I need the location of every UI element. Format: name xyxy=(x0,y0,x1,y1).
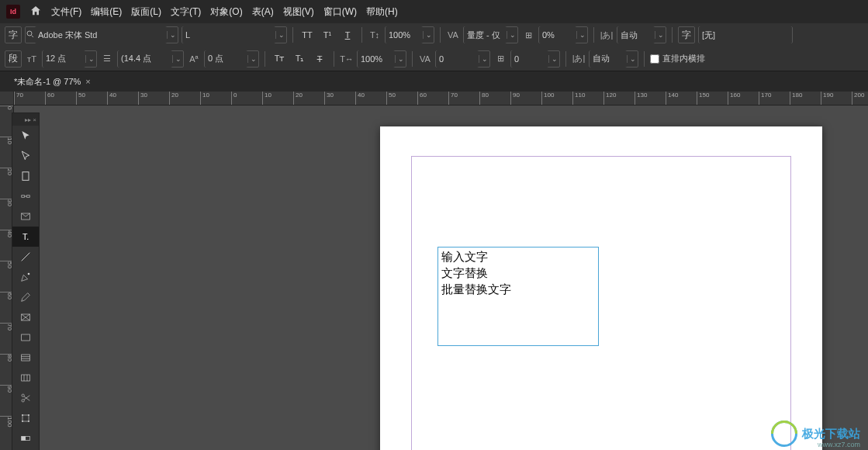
ruler-tick: 60 xyxy=(45,92,76,105)
chevron-down-icon[interactable]: ⌄ xyxy=(507,31,517,39)
svg-point-9 xyxy=(22,394,24,396)
document-tab[interactable]: *未命名-1 @ 77% × xyxy=(8,72,97,92)
svg-point-12 xyxy=(22,414,23,416)
char-style-dropdown[interactable] xyxy=(698,26,793,43)
menu-object[interactable]: 对象(O) xyxy=(210,5,242,19)
lang1-input[interactable] xyxy=(617,26,655,43)
canvas[interactable]: 70 60 50 40 30 20 10 0 10 20 30 40 50 60… xyxy=(0,92,868,450)
chevron-down-icon[interactable]: ⌄ xyxy=(655,31,666,39)
direct-selection-tool-icon[interactable] xyxy=(12,146,39,166)
menu-table[interactable]: 表(A) xyxy=(252,5,274,19)
vscale-dropdown[interactable]: ⌄ xyxy=(385,26,434,43)
watermark-url: www.xz7.com xyxy=(818,441,860,448)
opacity1-input[interactable] xyxy=(539,26,576,43)
menu-file[interactable]: 文件(F) xyxy=(51,5,81,19)
ruler-tick: 50 xyxy=(76,92,107,105)
menu-window[interactable]: 窗口(W) xyxy=(323,5,357,19)
ruler-tick: 80 xyxy=(479,92,510,105)
paragraph-mode-toggle[interactable]: 段 xyxy=(5,50,22,68)
chevron-down-icon[interactable]: ⌄ xyxy=(576,31,587,39)
vertical-in-horizontal-checkbox[interactable]: 直排内横排 xyxy=(650,53,705,64)
char-style-input[interactable] xyxy=(699,26,792,43)
checkbox-label: 直排内横排 xyxy=(662,53,705,64)
menu-type[interactable]: 文字(T) xyxy=(171,5,201,19)
vertical-grid-tool-icon[interactable] xyxy=(12,368,39,388)
ruler-tick: 120 xyxy=(603,92,635,105)
ruler-tick: 40 xyxy=(355,92,386,105)
baseline-input[interactable] xyxy=(205,50,247,68)
ruler-corner[interactable] xyxy=(0,92,14,106)
checkbox-input[interactable] xyxy=(650,54,659,64)
font-style-dropdown[interactable]: ⌄ xyxy=(182,26,287,43)
leading-input[interactable] xyxy=(118,50,172,68)
small-caps-icon[interactable]: Tᴛ xyxy=(271,50,288,68)
lang2-dropdown[interactable]: ⌄ xyxy=(589,50,638,68)
font-style-input[interactable] xyxy=(182,26,275,43)
home-icon[interactable] xyxy=(29,5,42,19)
chevron-down-icon[interactable]: ⌄ xyxy=(479,55,489,63)
superscript-icon[interactable]: T¹ xyxy=(319,26,336,43)
document-page[interactable]: 输入文字 文字替换 批量替换文字 xyxy=(380,126,822,450)
chevron-down-icon[interactable]: ⌄ xyxy=(423,31,434,39)
hscale-input[interactable] xyxy=(358,50,395,68)
opacity2-dropdown[interactable]: ⌄ xyxy=(510,50,560,68)
chevron-down-icon[interactable]: ⌄ xyxy=(548,55,559,63)
horizontal-ruler[interactable]: 70 60 50 40 30 20 10 0 10 20 30 40 50 60… xyxy=(14,92,868,106)
strikethrough-icon[interactable]: T xyxy=(311,50,328,68)
hscale-dropdown[interactable]: ⌄ xyxy=(357,50,406,68)
gradient-swatch-tool-icon[interactable] xyxy=(12,428,39,448)
kerning-dropdown[interactable]: ⌄ xyxy=(463,26,518,43)
pencil-tool-icon[interactable] xyxy=(12,287,39,307)
menu-layout[interactable]: 版面(L) xyxy=(131,5,161,19)
menu-view[interactable]: 视图(V) xyxy=(283,5,314,19)
chevron-down-icon[interactable]: ⌄ xyxy=(275,31,286,39)
menu-help[interactable]: 帮助(H) xyxy=(366,5,398,19)
text-frame[interactable]: 输入文字 文字替换 批量替换文字 xyxy=(437,247,599,346)
svg-rect-7 xyxy=(22,355,30,361)
leading-dropdown[interactable]: ⌄ xyxy=(117,50,184,68)
opacity2-input[interactable] xyxy=(511,50,548,68)
lang1-dropdown[interactable]: ⌄ xyxy=(617,26,666,43)
pen-tool-icon[interactable] xyxy=(12,267,39,287)
chevron-down-icon[interactable]: ⌄ xyxy=(247,55,258,63)
all-caps-icon[interactable]: TT xyxy=(299,26,316,43)
chevron-down-icon[interactable]: ⌄ xyxy=(395,55,406,63)
character-mode-toggle[interactable]: 字 xyxy=(5,26,22,43)
watermark-text: 极光下载站 xyxy=(802,427,860,441)
svg-rect-1 xyxy=(22,172,29,181)
free-transform-tool-icon[interactable] xyxy=(12,408,39,428)
font-family-dropdown[interactable]: ⌄ xyxy=(25,26,178,43)
tracking-input[interactable] xyxy=(436,50,479,68)
chevron-down-icon[interactable]: ⌄ xyxy=(172,55,183,63)
svg-point-15 xyxy=(28,421,29,422)
rectangle-tool-icon[interactable] xyxy=(12,327,39,348)
chevron-down-icon[interactable]: ⌄ xyxy=(627,55,638,63)
line-tool-icon[interactable] xyxy=(12,247,39,267)
kerning-input[interactable] xyxy=(464,26,507,43)
selection-tool-icon[interactable] xyxy=(12,126,39,146)
subscript-icon[interactable]: T₁ xyxy=(291,50,308,68)
baseline-dropdown[interactable]: ⌄ xyxy=(204,50,259,68)
horizontal-grid-tool-icon[interactable] xyxy=(12,348,39,368)
panel-drag-icon[interactable]: ▸▸ × xyxy=(12,113,39,126)
content-collector-tool-icon[interactable] xyxy=(12,206,39,227)
vscale-input[interactable] xyxy=(386,26,423,43)
font-size-input[interactable] xyxy=(43,50,85,68)
lang2-input[interactable] xyxy=(590,50,627,68)
opacity1-dropdown[interactable]: ⌄ xyxy=(538,26,588,43)
page-tool-icon[interactable] xyxy=(12,166,39,186)
gap-tool-icon[interactable] xyxy=(12,186,39,206)
underline-icon[interactable]: T xyxy=(339,26,356,43)
chevron-down-icon[interactable]: ⌄ xyxy=(167,31,178,39)
scissors-tool-icon[interactable] xyxy=(12,388,39,408)
divider xyxy=(265,51,265,67)
rectangle-frame-tool-icon[interactable] xyxy=(12,307,39,327)
tracking-dropdown[interactable]: ⌄ xyxy=(435,50,490,68)
baseline-icon: Aª xyxy=(187,52,201,66)
chevron-down-icon[interactable]: ⌄ xyxy=(85,55,96,63)
type-tool-icon[interactable]: T. xyxy=(12,227,39,247)
close-icon[interactable]: × xyxy=(85,77,90,86)
menu-edit[interactable]: 编辑(E) xyxy=(91,5,122,19)
font-family-input[interactable] xyxy=(35,26,167,43)
font-size-dropdown[interactable]: ⌄ xyxy=(42,50,97,68)
